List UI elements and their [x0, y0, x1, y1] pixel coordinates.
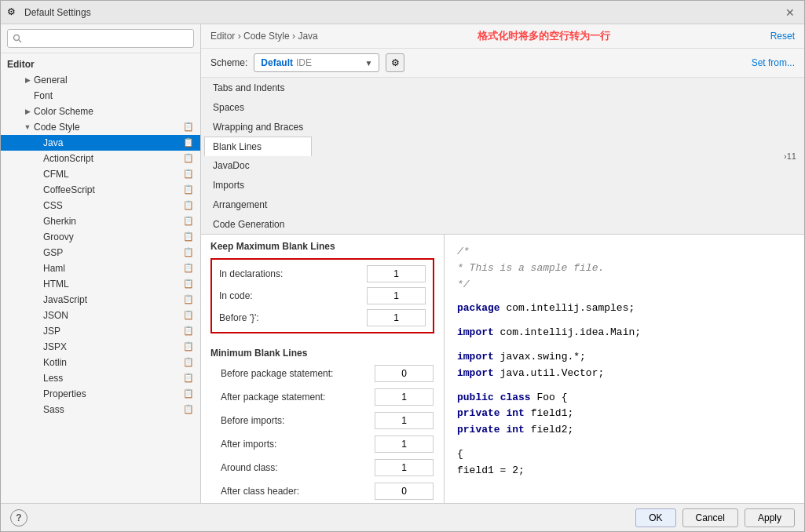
tree-item-icon: 📋	[183, 169, 194, 180]
tree-item-icon: 📋	[183, 373, 194, 384]
sidebar-item-sass[interactable]: Sass📋	[1, 402, 200, 417]
setting-label-before-package: Before package statement:	[221, 368, 375, 379]
code-line	[457, 382, 792, 390]
sidebar-item-haml[interactable]: Haml📋	[1, 261, 200, 276]
sidebar-item-json[interactable]: JSON📋	[1, 308, 200, 323]
setting-input-before-imports[interactable]	[375, 412, 434, 429]
tab-wrapping-braces[interactable]: Wrapping and Braces	[204, 117, 312, 137]
tree-item-icon: 📋	[183, 279, 194, 290]
setting-label-after-package: After package statement:	[221, 392, 375, 403]
setting-label-after-class-header: After class header:	[221, 486, 375, 497]
tree-item-label: Color Scheme	[34, 106, 194, 117]
tree-arrow: ▼	[23, 122, 32, 132]
tree-item-label: JSP	[43, 326, 180, 337]
tree-item-icon: 📋	[183, 388, 194, 399]
sidebar-item-general[interactable]: ▶General	[1, 72, 200, 88]
keep-max-title: Keep Maximum Blank Lines	[201, 235, 444, 255]
tree-item-icon: 📋	[183, 231, 194, 242]
scheme-dropdown-arrow: ▼	[364, 59, 372, 67]
tab-spaces[interactable]: Spaces	[204, 97, 312, 117]
tree-item-label: JSPX	[43, 341, 180, 352]
setting-input-before-package[interactable]	[375, 365, 434, 382]
set-from-link[interactable]: Set from...	[752, 57, 795, 68]
setting-input-after-package[interactable]	[375, 388, 434, 406]
code-text: java.util.Vector;	[494, 367, 604, 379]
tabs-row: Tabs and IndentsSpacesWrapping and Brace…	[201, 78, 804, 235]
help-button[interactable]: ?	[10, 509, 27, 527]
code-preview: /* * This is a sample file. */ package c…	[457, 244, 792, 479]
sidebar-item-javascript[interactable]: JavaScript📋	[1, 292, 200, 308]
sidebar-item-html[interactable]: HTML📋	[1, 276, 200, 292]
code-keyword: package	[457, 302, 500, 314]
code-line	[457, 317, 792, 325]
setting-label-before-imports: Before imports:	[221, 415, 375, 426]
code-keyword-private: private	[457, 407, 500, 419]
setting-input-in-declarations[interactable]	[367, 265, 426, 282]
sidebar-item-jspx[interactable]: JSPX📋	[1, 339, 200, 355]
tree-item-icon: 📋	[183, 137, 194, 148]
scheme-default-text: Default	[261, 57, 293, 68]
sidebar-item-cfml[interactable]: CFML📋	[1, 166, 200, 182]
breadcrumb: Editor › Code Style › Java	[210, 31, 318, 42]
sidebar-item-jsp[interactable]: JSP📋	[1, 323, 200, 339]
code-line: field1 = 2;	[457, 463, 792, 479]
setting-input-after-class-header[interactable]	[375, 483, 434, 500]
sidebar-item-font[interactable]: Font	[1, 88, 200, 104]
sidebar-item-gherkin[interactable]: Gherkin📋	[1, 213, 200, 229]
code-line: */	[457, 277, 792, 293]
sidebar-item-css[interactable]: CSS📋	[1, 198, 200, 213]
tree-item-label: Kotlin	[43, 357, 180, 368]
code-class-rest: Foo {	[531, 392, 568, 403]
tab-code-generation[interactable]: Code Generation	[204, 214, 312, 234]
search-input[interactable]	[7, 29, 194, 48]
code-keyword: import	[457, 326, 494, 338]
setting-input-after-imports[interactable]	[375, 435, 434, 453]
tab-blank-lines[interactable]: Blank Lines	[204, 137, 312, 156]
setting-row-before-imports: Before imports:	[201, 409, 444, 432]
setting-row-after-imports: After imports:	[201, 432, 444, 456]
tree-item-label: Sass	[43, 404, 180, 415]
tree-item-icon: 📋	[183, 341, 194, 352]
sidebar-item-java[interactable]: Java📋	[1, 135, 200, 151]
sidebar-item-actionscript[interactable]: ActionScript📋	[1, 151, 200, 166]
code-line: import java.util.Vector;	[457, 366, 792, 382]
ok-button[interactable]: OK	[635, 508, 675, 527]
close-button[interactable]: ✕	[782, 5, 798, 20]
reset-button[interactable]: Reset	[770, 31, 795, 42]
tree-item-label: JSON	[43, 310, 180, 321]
sidebar-item-code-style[interactable]: ▼Code Style📋	[1, 119, 200, 135]
tab-arrangement[interactable]: Arrangement	[204, 195, 312, 214]
sidebar-item-less[interactable]: Less📋	[1, 370, 200, 386]
tree-item-icon: 📋	[183, 153, 194, 164]
sidebar-item-coffeescript[interactable]: CoffeeScript📋	[1, 182, 200, 198]
code-field: field1;	[525, 407, 573, 419]
setting-input-around-class[interactable]	[375, 459, 434, 476]
gear-button[interactable]: ⚙	[386, 53, 404, 72]
sidebar-item-properties[interactable]: Properties📋	[1, 386, 200, 402]
tab-imports[interactable]: Imports	[204, 175, 312, 195]
tree-arrow: ▶	[23, 107, 32, 116]
setting-input-in-code[interactable]	[367, 287, 426, 304]
setting-label-after-imports: After imports:	[221, 439, 375, 450]
bottom-bar: ? OK Cancel Apply	[1, 503, 804, 531]
setting-input-before-rbrace[interactable]	[367, 309, 426, 326]
sidebar: Editor ▶GeneralFont▶Color Scheme▼Code St…	[1, 24, 201, 503]
tab-javadoc[interactable]: JavaDoc	[204, 155, 312, 175]
code-line: public class Foo {	[457, 390, 792, 406]
tab-tabs-indents[interactable]: Tabs and Indents	[204, 78, 312, 97]
sidebar-item-gsp[interactable]: GSP📋	[1, 245, 200, 261]
sidebar-item-color-scheme[interactable]: ▶Color Scheme	[1, 104, 200, 119]
apply-button[interactable]: Apply	[745, 508, 795, 527]
tab-more-button[interactable]: ›11	[779, 148, 801, 165]
cancel-button[interactable]: Cancel	[682, 508, 738, 527]
scheme-row: Scheme: Default IDE ▼ ⚙ Set from...	[201, 49, 804, 78]
code-line: private int field1;	[457, 406, 792, 422]
sidebar-item-groovy[interactable]: Groovy📋	[1, 229, 200, 245]
scheme-select[interactable]: Default IDE ▼	[254, 53, 379, 72]
sidebar-item-kotlin[interactable]: Kotlin📋	[1, 355, 200, 370]
setting-label-before-rbrace: Before '}':	[219, 312, 367, 323]
main-content: Editor ▶GeneralFont▶Color Scheme▼Code St…	[1, 24, 804, 503]
tabs-container: Tabs and IndentsSpacesWrapping and Brace…	[204, 78, 312, 234]
tree-item-icon: 📋	[183, 263, 194, 274]
tree-item-label: Code Style	[34, 122, 180, 133]
